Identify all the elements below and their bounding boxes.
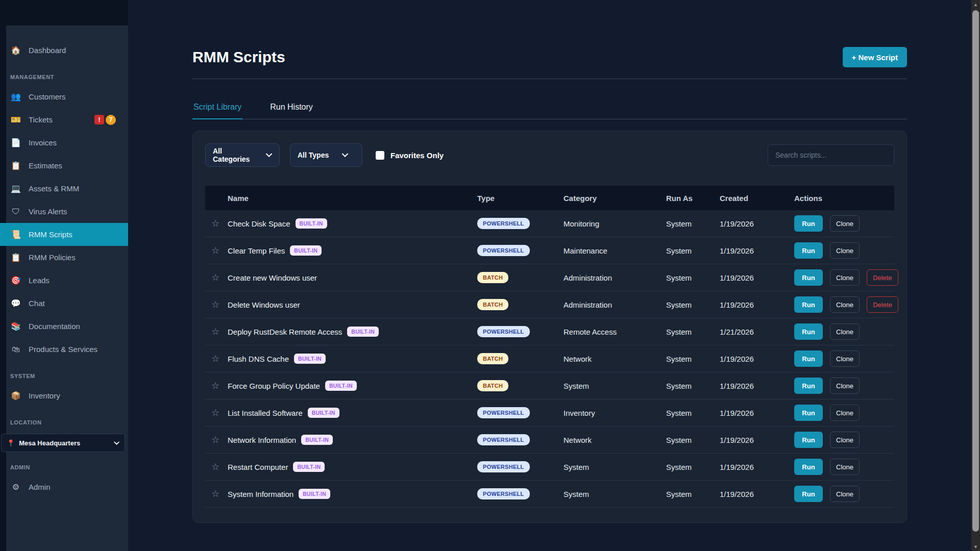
type-badge: POWERSHELL — [477, 488, 530, 499]
run-as-cell: System — [666, 490, 720, 498]
run-button[interactable]: Run — [794, 350, 823, 367]
page-header: RMM Scripts + New Script — [192, 47, 907, 67]
tab-script-library[interactable]: Script Library — [192, 103, 242, 119]
star-icon[interactable]: ☆ — [211, 435, 219, 445]
run-button[interactable]: Run — [794, 486, 823, 502]
scrollbar-up-arrow-icon[interactable]: ▲ — [971, 0, 980, 9]
clone-button[interactable]: Clone — [830, 269, 860, 286]
star-icon[interactable]: ☆ — [211, 327, 219, 337]
sidebar-item-virus-alerts[interactable]: 🛡Virus Alerts — [0, 200, 128, 223]
category-cell: Administration — [564, 300, 666, 309]
run-button[interactable]: Run — [794, 242, 823, 259]
sidebar-item-products-services[interactable]: 🛍Products & Services — [0, 338, 128, 361]
vertical-scrollbar[interactable]: ▲ ▼ — [971, 0, 980, 551]
favorites-only-label[interactable]: Favorites Only — [390, 151, 444, 160]
actions-cell: RunClone — [794, 405, 894, 421]
star-icon[interactable]: ☆ — [211, 218, 219, 229]
builtin-badge: BUILT-IN — [299, 489, 330, 499]
sidebar-item-rmm-policies[interactable]: 📋RMM Policies — [0, 246, 128, 269]
gear-icon: ⚙ — [10, 482, 21, 492]
run-button[interactable]: Run — [794, 405, 823, 421]
clone-button[interactable]: Clone — [830, 296, 860, 313]
name-cell: Flush DNS CacheBUILT-IN — [228, 354, 477, 364]
clone-button[interactable]: Clone — [830, 486, 860, 502]
page-title: RMM Scripts — [192, 48, 285, 66]
star-icon[interactable]: ☆ — [211, 489, 219, 499]
clone-button[interactable]: Clone — [830, 405, 860, 421]
clone-button[interactable]: Clone — [830, 215, 860, 232]
type-filter-select[interactable]: All Types — [290, 143, 362, 167]
run-button[interactable]: Run — [794, 269, 823, 286]
type-badge: BATCH — [477, 380, 508, 391]
scrollbar-thumb[interactable] — [972, 10, 979, 532]
sidebar-item-chat[interactable]: 💬Chat — [0, 292, 128, 315]
sidebar-item-admin[interactable]: ⚙Admin — [0, 475, 128, 498]
run-button[interactable]: Run — [794, 432, 823, 448]
name-cell: Deploy RustDesk Remote AccessBUILT-IN — [228, 327, 477, 337]
run-button[interactable]: Run — [794, 323, 823, 340]
created-cell: 1/19/2026 — [720, 463, 794, 471]
run-as-cell: System — [666, 409, 720, 417]
run-button[interactable]: Run — [794, 459, 823, 475]
sidebar-item-tickets[interactable]: 🎫Tickets!7 — [0, 108, 128, 131]
sidebar-item-inventory[interactable]: 📦Inventory — [0, 384, 128, 407]
sidebar-item-dashboard[interactable]: 🏠Dashboard — [0, 39, 128, 62]
filter-bar: All Categories All Types Favorites Only — [205, 143, 894, 167]
run-button[interactable]: Run — [794, 215, 823, 232]
star-icon[interactable]: ☆ — [211, 272, 219, 283]
clone-button[interactable]: Clone — [830, 350, 860, 367]
favorite-cell: ☆ — [205, 246, 228, 255]
pin-icon: 📍 — [7, 439, 15, 447]
tab-bar: Script LibraryRun History — [192, 103, 907, 119]
star-icon[interactable]: ☆ — [211, 354, 219, 364]
clone-button[interactable]: Clone — [830, 242, 860, 259]
sidebar-item-label: Assets & RMM — [29, 184, 79, 193]
scrollbar-down-arrow-icon[interactable]: ▼ — [971, 542, 980, 551]
run-button[interactable]: Run — [794, 296, 823, 313]
sidebar-item-leads[interactable]: 🎯Leads — [0, 269, 128, 292]
chevron-down-icon — [266, 153, 272, 157]
sidebar-item-documentation[interactable]: 📚Documentation — [0, 315, 128, 338]
actions-cell: RunClone — [794, 486, 894, 502]
category-cell: Maintenance — [564, 246, 666, 255]
star-icon[interactable]: ☆ — [211, 381, 219, 391]
new-script-button[interactable]: + New Script — [843, 47, 907, 67]
search-input[interactable] — [768, 144, 894, 166]
clipboard-icon: 📋 — [10, 253, 21, 262]
star-icon[interactable]: ☆ — [211, 299, 219, 310]
type-cell: POWERSHELL — [477, 461, 564, 472]
table-body: ☆Check Disk SpaceBUILT-INPOWERSHELLMonit… — [205, 210, 894, 508]
star-icon[interactable]: ☆ — [211, 408, 219, 418]
star-icon[interactable]: ☆ — [211, 245, 219, 256]
delete-button[interactable]: Delete — [867, 296, 898, 313]
delete-button[interactable]: Delete — [867, 269, 898, 286]
category-filter-select[interactable]: All Categories — [205, 143, 280, 167]
favorite-cell: ☆ — [205, 300, 228, 309]
clone-button[interactable]: Clone — [830, 459, 860, 475]
table-row: ☆Check Disk SpaceBUILT-INPOWERSHELLMonit… — [205, 210, 894, 237]
builtin-badge: BUILT-IN — [325, 381, 357, 391]
run-button[interactable]: Run — [794, 378, 823, 394]
sidebar-item-invoices[interactable]: 📄Invoices — [0, 131, 128, 154]
category-cell: System — [564, 463, 666, 471]
type-cell: POWERSHELL — [477, 218, 564, 229]
run-as-cell: System — [666, 382, 720, 390]
tab-run-history[interactable]: Run History — [269, 103, 314, 119]
clone-button[interactable]: Clone — [830, 378, 860, 394]
clone-button[interactable]: Clone — [830, 432, 860, 448]
sidebar-item-customers[interactable]: 👥Customers — [0, 85, 128, 108]
created-cell: 1/19/2026 — [720, 355, 794, 363]
favorites-only-checkbox[interactable] — [376, 151, 384, 160]
star-icon[interactable]: ☆ — [211, 462, 219, 472]
name-cell: Force Group Policy UpdateBUILT-IN — [228, 381, 477, 391]
sidebar-item-rmm-scripts[interactable]: 📜RMM Scripts — [0, 223, 128, 246]
category-cell: Network — [564, 436, 666, 444]
type-cell: BATCH — [477, 272, 564, 283]
category-cell: Network — [564, 355, 666, 363]
sidebar-item-assets-rmm[interactable]: 💻Assets & RMM — [0, 177, 128, 200]
actions-cell: RunCloneDelete — [794, 296, 898, 313]
type-filter-value: All Types — [298, 151, 329, 159]
location-select[interactable]: 📍Mesa Headquarters — [1, 434, 125, 452]
clone-button[interactable]: Clone — [830, 323, 860, 340]
sidebar-item-estimates[interactable]: 📋Estimates — [0, 154, 128, 177]
